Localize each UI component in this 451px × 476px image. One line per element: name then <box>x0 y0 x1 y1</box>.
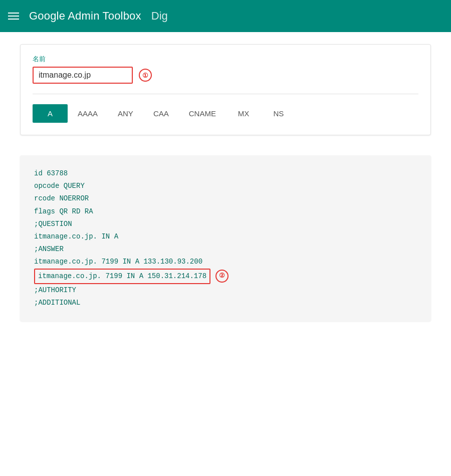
input-wrapper: ① <box>33 67 418 84</box>
search-card: 名前 ① A AAAA ANY CAA CNAME MX NS <box>20 44 431 135</box>
menu-icon[interactable] <box>8 13 19 20</box>
result-line-id: id 63788 <box>34 167 417 180</box>
domain-input[interactable] <box>33 67 133 84</box>
result-line-additional: ;ADDITIONAL <box>34 297 417 309</box>
dns-type-any[interactable]: ANY <box>108 104 143 123</box>
result-line-opcode: opcode QUERY <box>34 180 417 192</box>
dns-type-a[interactable]: A <box>33 104 68 123</box>
dns-type-mx[interactable]: MX <box>226 104 261 123</box>
header-title: Google Admin Toolbox <box>29 10 141 23</box>
result-line-ip2-wrapper: itmanage.co.jp. 7199 IN A 150.31.214.178… <box>34 269 417 284</box>
dns-type-caa[interactable]: CAA <box>143 104 179 123</box>
divider <box>33 94 418 94</box>
dns-type-cname[interactable]: CNAME <box>179 104 226 123</box>
result-line-ip1: itmanage.co.jp. 7199 IN A 133.130.93.200 <box>34 256 417 268</box>
result-line-ip2: itmanage.co.jp. 7199 IN A 150.31.214.178 <box>34 269 210 284</box>
result-line-authority: ;AUTHORITY <box>34 284 417 297</box>
result-line-question: ;QUESTION <box>34 218 417 230</box>
header: Google Admin Toolbox Dig <box>0 0 451 32</box>
step2-indicator: ② <box>215 270 229 283</box>
step1-indicator: ① <box>139 69 152 82</box>
result-line-flags: flags QR RD RA <box>34 205 417 218</box>
result-line-answer: ;ANSWER <box>34 243 417 256</box>
field-label: 名前 <box>33 55 418 64</box>
dns-type-ns[interactable]: NS <box>261 104 296 123</box>
results-card: id 63788 opcode QUERY rcode NOERROR flag… <box>20 155 431 321</box>
result-line-rcode: rcode NOERROR <box>34 192 417 205</box>
main-content: 名前 ① A AAAA ANY CAA CNAME MX NS id 63788… <box>0 32 451 333</box>
dns-type-aaaa[interactable]: AAAA <box>68 104 108 123</box>
result-line-domain-question: itmanage.co.jp. IN A <box>34 230 417 243</box>
dns-type-selector: A AAAA ANY CAA CNAME MX NS <box>33 104 418 123</box>
header-subtitle: Dig <box>151 10 168 23</box>
